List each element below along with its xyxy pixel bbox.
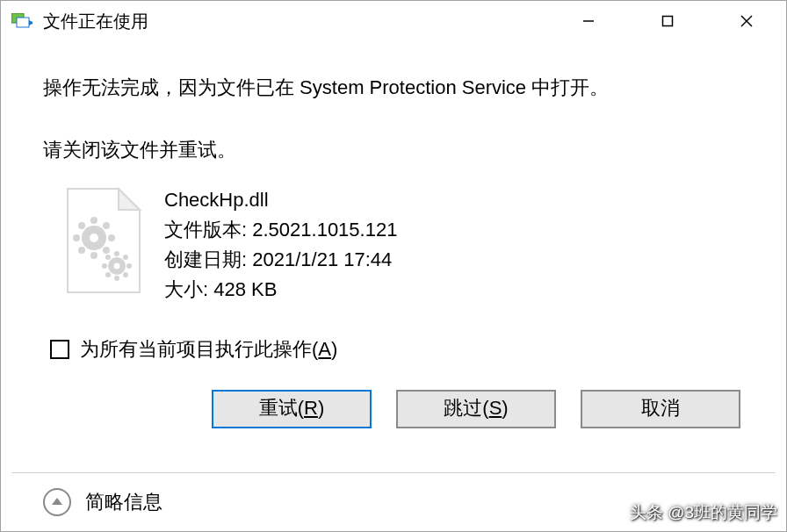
file-created-row: 创建日期: 2021/1/21 17:44: [164, 245, 397, 275]
apply-all-checkbox-row[interactable]: 为所有当前项目执行此操作(A): [50, 336, 744, 363]
dialog-content: 操作无法完成，因为文件已在 System Protection Service …: [1, 41, 786, 446]
svg-point-13: [108, 234, 115, 241]
titlebar: 文件正在使用: [1, 1, 786, 41]
window-title: 文件正在使用: [43, 10, 148, 33]
close-icon: [740, 14, 754, 28]
svg-point-15: [103, 222, 110, 229]
svg-rect-1: [17, 18, 29, 27]
brief-info-label[interactable]: 简略信息: [85, 489, 162, 515]
svg-point-20: [114, 251, 119, 256]
file-block: CheckHp.dll 文件版本: 2.5021.1015.121 创建日期: …: [62, 185, 744, 305]
file-created-label: 创建日期:: [164, 248, 247, 270]
file-created-value: 2021/1/21 17:44: [252, 248, 392, 270]
file-size-label: 大小:: [164, 278, 208, 300]
svg-point-21: [114, 276, 119, 281]
file-size-row: 大小: 428 KB: [164, 275, 397, 305]
svg-point-11: [90, 252, 97, 259]
apply-all-label: 为所有当前项目执行此操作(A): [80, 336, 337, 363]
checkbox-icon[interactable]: [50, 340, 69, 359]
file-version-label: 文件版本:: [164, 219, 247, 241]
dialog-window: 文件正在使用 操作无法完成，因为文件已在 System Protection S…: [0, 0, 787, 532]
svg-point-25: [123, 255, 128, 260]
svg-marker-2: [29, 20, 32, 25]
cancel-button[interactable]: 取消: [581, 390, 740, 428]
message-sub: 请关闭该文件并重试。: [43, 137, 744, 164]
svg-point-24: [105, 255, 111, 260]
retry-button[interactable]: 重试(R): [212, 390, 372, 428]
footer: 简略信息: [1, 473, 786, 531]
svg-point-27: [123, 272, 128, 277]
file-name: CheckHp.dll: [164, 185, 397, 215]
maximize-icon: [661, 15, 674, 27]
svg-point-26: [105, 272, 111, 277]
file-details: CheckHp.dll 文件版本: 2.5021.1015.121 创建日期: …: [164, 185, 397, 305]
file-icon: [62, 185, 145, 296]
svg-point-10: [90, 217, 97, 224]
svg-point-22: [102, 263, 107, 269]
svg-point-17: [103, 247, 110, 254]
file-version-value: 2.5021.1015.121: [252, 219, 397, 241]
svg-point-23: [126, 263, 132, 269]
svg-point-12: [73, 234, 80, 241]
file-size-value: 428 KB: [213, 278, 277, 300]
window-controls: [549, 1, 786, 41]
app-icon: [11, 13, 32, 29]
svg-marker-8: [119, 189, 140, 210]
minimize-button[interactable]: [549, 1, 628, 41]
svg-point-16: [78, 247, 85, 254]
message-main: 操作无法完成，因为文件已在 System Protection Service …: [43, 75, 744, 102]
svg-point-28: [114, 262, 120, 269]
svg-rect-4: [663, 17, 673, 26]
details-toggle[interactable]: [43, 488, 71, 516]
svg-point-14: [78, 222, 85, 229]
file-version-row: 文件版本: 2.5021.1015.121: [164, 215, 397, 245]
maximize-button[interactable]: [628, 1, 707, 41]
skip-button[interactable]: 跳过(S): [396, 390, 556, 428]
button-row: 重试(R) 跳过(S) 取消: [43, 390, 744, 428]
minimize-icon: [581, 14, 596, 28]
chevron-up-icon: [52, 498, 62, 505]
svg-point-18: [90, 234, 98, 242]
close-button[interactable]: [707, 1, 786, 41]
